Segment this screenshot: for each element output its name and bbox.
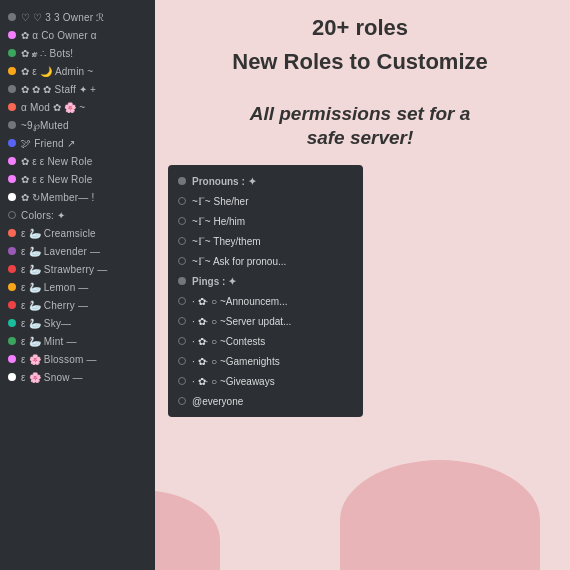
dot-giveaways <box>178 377 186 385</box>
sidebar-item-lemon: ε 🦢 Lemon — <box>0 278 155 296</box>
sidebar-item-coowner: ✿ α Co Owner α <box>0 26 155 44</box>
dot-mint <box>8 337 16 345</box>
sidebar-item-lavender: ε 🦢 Lavender — <box>0 242 155 260</box>
dot-creamsicle <box>8 229 16 237</box>
role-announcements: · ✿· ○ ~Announcem... <box>168 291 363 311</box>
dot-she-her <box>178 197 186 205</box>
dot-they-them <box>178 237 186 245</box>
dot-blossom <box>8 355 16 363</box>
sidebar-item-newrole2: ✿ ε ε New Role <box>0 170 155 188</box>
dot-bots <box>8 49 16 57</box>
dot-admin <box>8 67 16 75</box>
dot-lemon <box>8 283 16 291</box>
info-subtitle-line4: safe server! <box>165 126 555 151</box>
sidebar-item-owner: ♡ ♡ 3 3 Owner ℛ <box>0 8 155 26</box>
roles-panel: Pronouns : ✦ ~ℾ~ She/her ~ℾ~ He/him ~ℾ~ … <box>168 165 363 417</box>
sidebar-item-sky: ε 🦢 Sky— <box>0 314 155 332</box>
dot-newrole1 <box>8 157 16 165</box>
role-giveaways: · ✿· ○ ~Giveaways <box>168 371 363 391</box>
dot-coowner <box>8 31 16 39</box>
sidebar-item-muted: ~9℘Muted <box>0 116 155 134</box>
sidebar-item-cherry: ε 🦢 Cherry — <box>0 296 155 314</box>
sidebar-item-newrole1: ✿ ε ε New Role <box>0 152 155 170</box>
sidebar-item-snow: ε 🌸 Snow — <box>0 368 155 386</box>
dot-staff <box>8 85 16 93</box>
dot-member <box>8 193 16 201</box>
pings-header: Pings : ✦ <box>168 271 363 291</box>
pronouns-header: Pronouns : ✦ <box>168 171 363 191</box>
info-panel: 20+ roles New Roles to Customize All per… <box>165 15 555 151</box>
dot-cherry <box>8 301 16 309</box>
dot-lavender <box>8 247 16 255</box>
info-subtitle-line3: All permissions set for a <box>165 102 555 127</box>
dot-contests <box>178 337 186 345</box>
role-everyone: @everyone <box>168 391 363 411</box>
role-server-updates: · ✿· ○ ~Server updat... <box>168 311 363 331</box>
sidebar-item-colors-header: Colors: ✦ <box>0 206 155 224</box>
dot-he-him <box>178 217 186 225</box>
dot-server-updates <box>178 317 186 325</box>
role-he-him: ~ℾ~ He/him <box>168 211 363 231</box>
wave-decoration-right <box>340 460 540 570</box>
sidebar-item-friend: 🕊 Friend ↗ <box>0 134 155 152</box>
sidebar-panel: ♡ ♡ 3 3 Owner ℛ ✿ α Co Owner α ✿ ⸙ ∴ Bot… <box>0 0 155 570</box>
sidebar-item-blossom: ε 🌸 Blossom — <box>0 350 155 368</box>
dot-newrole2 <box>8 175 16 183</box>
dot-pronouns <box>178 177 186 185</box>
info-title-line1: 20+ roles <box>165 15 555 41</box>
dot-muted <box>8 121 16 129</box>
sidebar-item-mint: ε 🦢 Mint — <box>0 332 155 350</box>
dot-strawberry <box>8 265 16 273</box>
sidebar-item-staff: ✿ ✿ ✿ Staff ✦ + <box>0 80 155 98</box>
dot-gamenights <box>178 357 186 365</box>
role-she-her: ~ℾ~ She/her <box>168 191 363 211</box>
sidebar-item-admin: ✿ ε 🌙 Admin ~ <box>0 62 155 80</box>
role-ask-pronouns: ~ℾ~ Ask for pronou... <box>168 251 363 271</box>
role-gamenights: · ✿· ○ ~Gamenights <box>168 351 363 371</box>
dot-pings <box>178 277 186 285</box>
dot-mod <box>8 103 16 111</box>
dot-announcements <box>178 297 186 305</box>
info-title-line2: New Roles to Customize <box>165 49 555 75</box>
role-contests: · ✿· ○ ~Contests <box>168 331 363 351</box>
dot-everyone <box>178 397 186 405</box>
dot-sky <box>8 319 16 327</box>
sidebar-item-mod: α Mod ✿ 🌸 ~ <box>0 98 155 116</box>
dot-ask-pronouns <box>178 257 186 265</box>
dot-friend <box>8 139 16 147</box>
sidebar-item-member: ✿ ↻Member— ! <box>0 188 155 206</box>
sidebar-item-strawberry: ε 🦢 Strawberry — <box>0 260 155 278</box>
sidebar-item-bots: ✿ ⸙ ∴ Bots! <box>0 44 155 62</box>
dot-colors <box>8 211 16 219</box>
dot-owner <box>8 13 16 21</box>
dot-snow <box>8 373 16 381</box>
role-they-them: ~ℾ~ They/them <box>168 231 363 251</box>
sidebar-item-creamsicle: ε 🦢 Creamsicle <box>0 224 155 242</box>
